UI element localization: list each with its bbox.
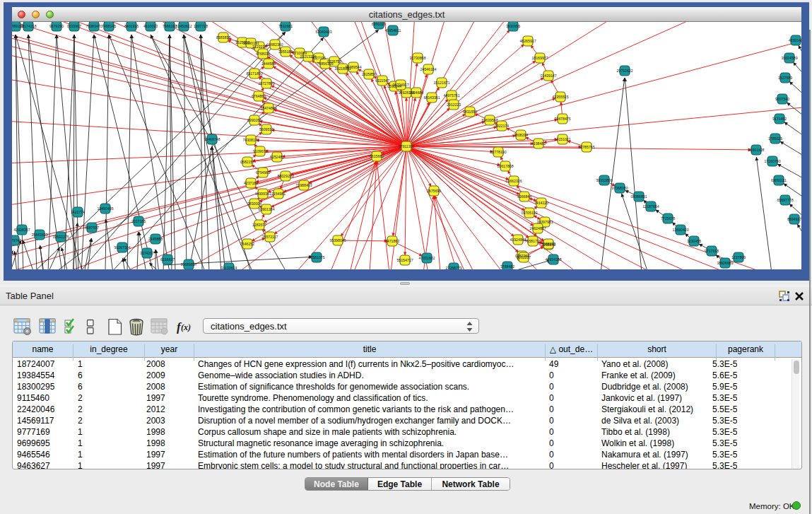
svg-text:3830004: 3830004 [247,201,261,206]
svg-text:6316627: 6316627 [160,257,175,262]
svg-text:47031602: 47031602 [418,256,435,260]
svg-text:5609513: 5609513 [259,127,273,132]
svg-text:5366844: 5366844 [517,194,531,199]
svg-text:2675690: 2675690 [427,189,441,193]
svg-text:15121671: 15121671 [433,81,449,85]
svg-text:1237899: 1237899 [731,255,746,259]
svg-text:41924848: 41924848 [510,238,526,242]
svg-text:97368180: 97368180 [611,186,628,190]
svg-text:99478475: 99478475 [554,117,570,121]
svg-text:6831550: 6831550 [463,110,477,114]
svg-text:9922174: 9922174 [495,124,509,128]
svg-text:51450612: 51450612 [175,24,192,28]
svg-text:3808294: 3808294 [514,133,528,137]
svg-text:44999343: 44999343 [254,192,271,196]
svg-text:6321547: 6321547 [375,78,389,83]
svg-text:76581736: 76581736 [524,239,541,243]
svg-text:6991023: 6991023 [372,22,386,26]
svg-text:4330146: 4330146 [789,38,801,42]
svg-text:8401916: 8401916 [124,24,139,28]
svg-text:6687597: 6687597 [85,226,99,230]
svg-text:31133614: 31133614 [221,266,237,269]
svg-text:29792622: 29792622 [616,69,632,73]
svg-text:7414220: 7414220 [534,201,548,205]
svg-text:31690191: 31690191 [242,41,259,45]
svg-text:10490495: 10490495 [97,206,113,211]
svg-text:44975761: 44975761 [443,93,459,98]
svg-text:6252482: 6252482 [270,155,284,159]
svg-text:58474844: 58474844 [260,106,276,110]
svg-text:7832661: 7832661 [278,24,293,28]
svg-text:3930955: 3930955 [506,24,520,28]
svg-text:88029203: 88029203 [277,174,293,178]
svg-text:7468145: 7468145 [102,24,116,28]
svg-text:24546184: 24546184 [420,67,436,71]
svg-text:2154981: 2154981 [271,192,286,196]
svg-text:9031237: 9031237 [517,255,531,259]
svg-text:6764869: 6764869 [252,94,266,98]
svg-text:60901384: 60901384 [258,207,274,211]
svg-text:(x): (x) [181,322,191,332]
svg-text:12187664: 12187664 [642,204,659,209]
svg-text:24624887: 24624887 [529,226,546,230]
svg-text:68143361: 68143361 [423,95,440,100]
svg-text:1283577: 1283577 [252,223,266,227]
svg-text:1007728: 1007728 [194,24,208,28]
svg-text:30689857: 30689857 [180,262,196,267]
svg-text:4610033: 4610033 [143,24,158,28]
svg-text:35572117: 35572117 [262,235,278,239]
svg-text:99389544: 99389544 [345,65,361,69]
svg-text:74308172: 74308172 [242,138,259,142]
svg-text:52778190: 52778190 [490,150,506,154]
svg-text:8804917: 8804917 [787,217,801,221]
svg-text:9679290: 9679290 [49,24,64,28]
svg-text:9007540: 9007540 [775,97,789,101]
svg-text:42938257: 42938257 [13,228,30,232]
svg-text:01439147: 01439147 [540,74,556,78]
svg-text:0582157: 0582157 [240,160,254,164]
svg-text:1785025: 1785025 [768,136,782,141]
svg-text:3788482: 3788482 [500,264,514,269]
svg-text:01662326: 01662326 [505,179,522,183]
svg-text:2017185: 2017185 [131,219,146,223]
svg-text:3230455: 3230455 [687,239,701,243]
svg-text:7725678: 7725678 [661,216,675,221]
svg-text:6615682: 6615682 [370,154,384,158]
svg-text:46934288: 46934288 [545,257,561,262]
svg-text:33785765: 33785765 [578,145,594,149]
svg-text:92174218: 92174218 [20,24,36,28]
svg-text:9171452: 9171452 [772,117,787,121]
svg-text:6198481: 6198481 [531,141,546,146]
svg-text:8383838: 8383838 [216,35,230,40]
svg-text:31730868: 31730868 [409,56,425,60]
svg-text:0390266: 0390266 [247,118,261,122]
svg-text:09705132: 09705132 [521,211,537,215]
svg-text:1444588: 1444588 [261,62,276,66]
svg-text:08086891: 08086891 [630,194,647,199]
svg-text:3179740: 3179740 [12,238,21,243]
svg-text:0033907: 0033907 [67,24,81,28]
svg-text:42355515: 42355515 [552,95,568,99]
svg-text:9027115: 9027115 [312,56,326,60]
svg-text:13690420: 13690420 [672,228,688,232]
svg-text:2345888: 2345888 [148,237,163,241]
svg-text:48265917: 48265917 [519,39,536,43]
svg-text:71988403: 71988403 [295,183,312,187]
svg-text:35643633: 35643633 [31,233,47,237]
svg-text:9109671: 9109671 [253,149,267,153]
svg-text:50617808: 50617808 [497,164,513,168]
svg-text:79383470: 79383470 [86,24,102,28]
svg-text:40581075: 40581075 [308,255,324,259]
svg-text:95398045: 95398045 [329,238,346,243]
svg-text:17160790: 17160790 [764,159,780,163]
svg-text:0326755: 0326755 [327,59,341,64]
svg-text:1421774: 1421774 [71,210,85,214]
svg-text:90267304: 90267304 [114,245,130,250]
svg-text:38606689: 38606689 [717,261,733,265]
svg-text:89171890: 89171890 [246,71,262,76]
svg-text:39332836: 39332836 [596,178,612,182]
svg-text:3924684: 3924684 [409,90,423,95]
svg-text:5471863: 5471863 [385,239,399,243]
svg-text:39397983: 39397983 [536,220,553,224]
svg-text:3955185: 3955185 [278,49,293,54]
